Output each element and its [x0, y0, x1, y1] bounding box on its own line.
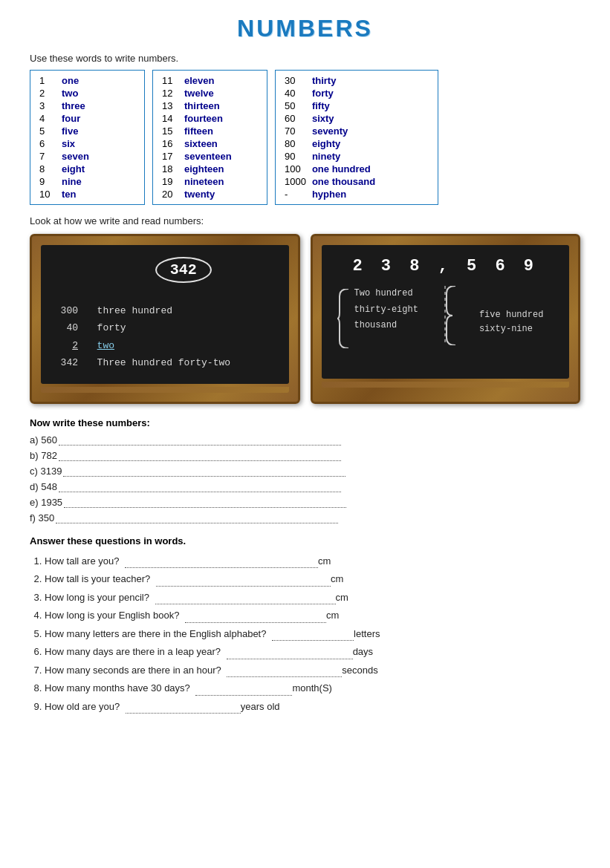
table-row: 4four: [38, 112, 137, 125]
chalkboard-instruction: Look at how we write and read numbers:: [30, 215, 580, 226]
table-row: 50fifty: [283, 99, 430, 112]
right-chalkboard-frame: 2 3 8 , 5 6 9 Two hundredthirty-eighttho…: [311, 234, 581, 404]
table-row: 7seven: [38, 150, 137, 163]
number-tables: 1one2two3three4four5five6six7seven8eight…: [30, 70, 580, 205]
page-title: NUMBERS: [30, 15, 580, 42]
table-row: 16sixteen: [160, 137, 259, 150]
table-row: 15fifteen: [160, 125, 259, 137]
write-line-item: f) 350: [30, 512, 580, 523]
chalk-ledge-right: [322, 382, 570, 388]
table-row: 1000one thousand: [283, 175, 430, 188]
table-30-1000: 30thirty40forty50fifty60sixty70seventy80…: [275, 70, 438, 205]
write-line-item: e) 1935: [30, 497, 580, 508]
subtitle-instruction: Use these words to write numbers.: [30, 53, 580, 64]
table-row: 18eighteen: [160, 163, 259, 175]
write-line-item: b) 782: [30, 450, 580, 461]
table-row: 3three: [38, 99, 137, 112]
table-row: 60sixty: [283, 112, 430, 125]
questions-list: How tall are you? cmHow tall is your tea…: [30, 554, 580, 714]
write-line-item: a) 560: [30, 434, 580, 446]
chalk-ledge-left: [41, 387, 289, 393]
table-row: 30thirty: [283, 74, 430, 87]
write-line-item: d) 548: [30, 481, 580, 492]
table-row: 100one hundred: [283, 163, 430, 175]
chalk-oval-number: 342: [155, 257, 212, 283]
right-brace-icon: [430, 286, 475, 345]
write-section-title: Now write these numbers:: [30, 417, 580, 428]
question-item: How many letters are there in the Englis…: [45, 627, 580, 642]
table-row: 10ten: [38, 188, 137, 200]
question-item: How long is your pencil? cm: [45, 590, 580, 605]
chalk-big-number: 2 3 8 , 5 6 9: [337, 257, 555, 275]
table-row: 2two: [38, 87, 137, 99]
answer-section: Answer these questions in words. How tal…: [30, 535, 580, 714]
table-row: 1one: [38, 74, 137, 87]
question-item: How many seconds are there in an hour? s…: [45, 663, 580, 678]
chalk-right-text: five hundredsixty-nine: [479, 308, 543, 336]
left-chalkboard-frame: 342 300 three hundred 40 forty 2 two 342…: [30, 234, 300, 404]
left-chalkboard-inner: 342 300 three hundred 40 forty 2 two 342…: [41, 245, 289, 384]
table-row: 90ninety: [283, 150, 430, 163]
question-item: How tall are you? cm: [45, 554, 580, 569]
table-row: 80eighty: [283, 137, 430, 150]
table-row: 9nine: [38, 175, 137, 188]
table-1-10: 1one2two3three4four5five6six7seven8eight…: [30, 70, 145, 205]
question-item: How old are you? years old: [45, 699, 580, 714]
table-row: 8eight: [38, 163, 137, 175]
question-item: How many days are there in a leap year? …: [45, 645, 580, 659]
table-row: 5five: [38, 125, 137, 137]
table-row: 17seventeen: [160, 150, 259, 163]
table-row: 70seventy: [283, 125, 430, 137]
table-row: 6six: [38, 137, 137, 150]
table-row: 20twenty: [160, 188, 259, 200]
table-row: 12twelve: [160, 87, 259, 99]
table-row: 11eleven: [160, 74, 259, 87]
chalk-left-text: Two hundredthirty-eightthousand: [354, 286, 418, 334]
left-brace-icon: [337, 289, 350, 348]
chalk-lines: 300 three hundred 40 forty 2 two 342 Thr…: [56, 302, 274, 372]
write-line-item: c) 3139: [30, 466, 580, 477]
question-item: How many months have 30 days? month(S): [45, 681, 580, 696]
question-item: How tall is your teacher? cm: [45, 572, 580, 587]
right-chalkboard-inner: 2 3 8 , 5 6 9 Two hundredthirty-eighttho…: [322, 245, 570, 379]
table-11-20: 11eleven12twelve13thirteen14fourteen15fi…: [152, 70, 267, 205]
chalkboards-row: 342 300 three hundred 40 forty 2 two 342…: [30, 234, 580, 404]
table-row: 13thirteen: [160, 99, 259, 112]
write-items: a) 560b) 782c) 3139d) 548e) 1935f) 350: [30, 434, 580, 523]
table-row: 19nineteen: [160, 175, 259, 188]
table-row: -hyphen: [283, 188, 430, 200]
table-row: 40forty: [283, 87, 430, 99]
question-item: How long is your English book? cm: [45, 608, 580, 623]
answer-section-title: Answer these questions in words.: [30, 535, 580, 546]
table-row: 14fourteen: [160, 112, 259, 125]
